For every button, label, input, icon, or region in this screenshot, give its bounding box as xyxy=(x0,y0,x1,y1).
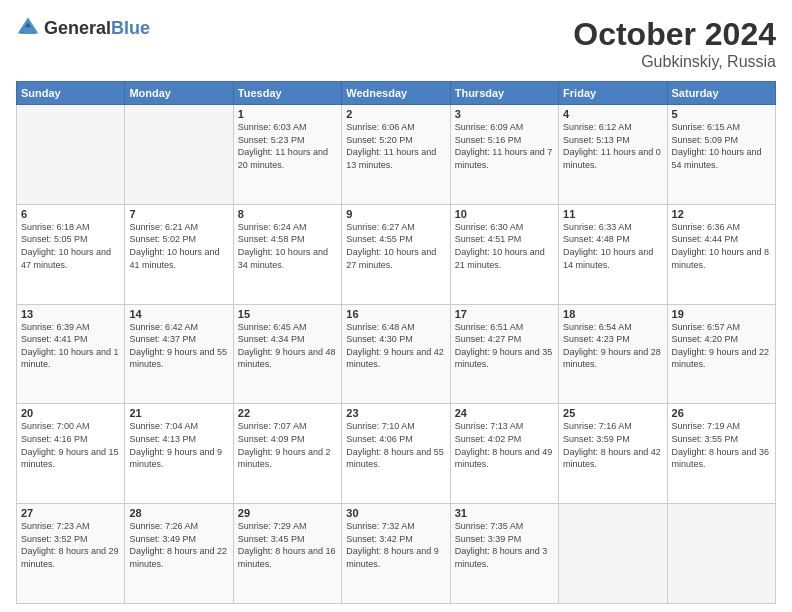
day-info: Sunrise: 6:48 AMSunset: 4:30 PMDaylight:… xyxy=(346,321,445,371)
calendar-day: 5Sunrise: 6:15 AMSunset: 5:09 PMDaylight… xyxy=(667,105,775,205)
day-number: 18 xyxy=(563,308,662,320)
day-number: 22 xyxy=(238,407,337,419)
day-number: 20 xyxy=(21,407,120,419)
calendar-day: 18Sunrise: 6:54 AMSunset: 4:23 PMDayligh… xyxy=(559,304,667,404)
svg-rect-2 xyxy=(22,27,33,33)
logo-icon xyxy=(16,16,40,40)
day-number: 6 xyxy=(21,208,120,220)
day-number: 4 xyxy=(563,108,662,120)
weekday-header-friday: Friday xyxy=(559,82,667,105)
calendar-day: 30Sunrise: 7:32 AMSunset: 3:42 PMDayligh… xyxy=(342,504,450,604)
day-info: Sunrise: 6:36 AMSunset: 4:44 PMDaylight:… xyxy=(672,221,771,271)
day-number: 27 xyxy=(21,507,120,519)
calendar-day: 6Sunrise: 6:18 AMSunset: 5:05 PMDaylight… xyxy=(17,204,125,304)
day-info: Sunrise: 6:42 AMSunset: 4:37 PMDaylight:… xyxy=(129,321,228,371)
calendar-day: 10Sunrise: 6:30 AMSunset: 4:51 PMDayligh… xyxy=(450,204,558,304)
calendar-week-1: 1Sunrise: 6:03 AMSunset: 5:23 PMDaylight… xyxy=(17,105,776,205)
calendar-day: 22Sunrise: 7:07 AMSunset: 4:09 PMDayligh… xyxy=(233,404,341,504)
calendar-table: SundayMondayTuesdayWednesdayThursdayFrid… xyxy=(16,81,776,604)
day-info: Sunrise: 6:03 AMSunset: 5:23 PMDaylight:… xyxy=(238,121,337,171)
calendar-day: 9Sunrise: 6:27 AMSunset: 4:55 PMDaylight… xyxy=(342,204,450,304)
day-number: 9 xyxy=(346,208,445,220)
day-number: 30 xyxy=(346,507,445,519)
day-info: Sunrise: 7:10 AMSunset: 4:06 PMDaylight:… xyxy=(346,420,445,470)
weekday-header-monday: Monday xyxy=(125,82,233,105)
calendar-day: 29Sunrise: 7:29 AMSunset: 3:45 PMDayligh… xyxy=(233,504,341,604)
day-number: 21 xyxy=(129,407,228,419)
day-number: 11 xyxy=(563,208,662,220)
weekday-row: SundayMondayTuesdayWednesdayThursdayFrid… xyxy=(17,82,776,105)
calendar-day: 27Sunrise: 7:23 AMSunset: 3:52 PMDayligh… xyxy=(17,504,125,604)
day-info: Sunrise: 7:13 AMSunset: 4:02 PMDaylight:… xyxy=(455,420,554,470)
calendar-day: 8Sunrise: 6:24 AMSunset: 4:58 PMDaylight… xyxy=(233,204,341,304)
day-info: Sunrise: 7:23 AMSunset: 3:52 PMDaylight:… xyxy=(21,520,120,570)
calendar-day: 7Sunrise: 6:21 AMSunset: 5:02 PMDaylight… xyxy=(125,204,233,304)
day-number: 28 xyxy=(129,507,228,519)
calendar-day xyxy=(125,105,233,205)
calendar-day: 15Sunrise: 6:45 AMSunset: 4:34 PMDayligh… xyxy=(233,304,341,404)
subtitle: Gubkinskiy, Russia xyxy=(573,53,776,71)
calendar-day: 19Sunrise: 6:57 AMSunset: 4:20 PMDayligh… xyxy=(667,304,775,404)
calendar-day: 16Sunrise: 6:48 AMSunset: 4:30 PMDayligh… xyxy=(342,304,450,404)
weekday-header-sunday: Sunday xyxy=(17,82,125,105)
day-number: 31 xyxy=(455,507,554,519)
day-number: 10 xyxy=(455,208,554,220)
day-number: 1 xyxy=(238,108,337,120)
day-number: 25 xyxy=(563,407,662,419)
header: GeneralBlue October 2024 Gubkinskiy, Rus… xyxy=(16,16,776,71)
day-number: 14 xyxy=(129,308,228,320)
day-info: Sunrise: 6:09 AMSunset: 5:16 PMDaylight:… xyxy=(455,121,554,171)
day-number: 16 xyxy=(346,308,445,320)
calendar-week-5: 27Sunrise: 7:23 AMSunset: 3:52 PMDayligh… xyxy=(17,504,776,604)
day-info: Sunrise: 6:33 AMSunset: 4:48 PMDaylight:… xyxy=(563,221,662,271)
day-info: Sunrise: 7:19 AMSunset: 3:55 PMDaylight:… xyxy=(672,420,771,470)
month-title: October 2024 xyxy=(573,16,776,53)
calendar-day: 25Sunrise: 7:16 AMSunset: 3:59 PMDayligh… xyxy=(559,404,667,504)
day-info: Sunrise: 7:35 AMSunset: 3:39 PMDaylight:… xyxy=(455,520,554,570)
weekday-header-wednesday: Wednesday xyxy=(342,82,450,105)
day-info: Sunrise: 6:06 AMSunset: 5:20 PMDaylight:… xyxy=(346,121,445,171)
day-info: Sunrise: 6:57 AMSunset: 4:20 PMDaylight:… xyxy=(672,321,771,371)
day-info: Sunrise: 6:51 AMSunset: 4:27 PMDaylight:… xyxy=(455,321,554,371)
day-info: Sunrise: 6:24 AMSunset: 4:58 PMDaylight:… xyxy=(238,221,337,271)
calendar-day: 4Sunrise: 6:12 AMSunset: 5:13 PMDaylight… xyxy=(559,105,667,205)
day-info: Sunrise: 7:00 AMSunset: 4:16 PMDaylight:… xyxy=(21,420,120,470)
day-info: Sunrise: 7:04 AMSunset: 4:13 PMDaylight:… xyxy=(129,420,228,470)
day-number: 26 xyxy=(672,407,771,419)
weekday-header-tuesday: Tuesday xyxy=(233,82,341,105)
calendar-body: 1Sunrise: 6:03 AMSunset: 5:23 PMDaylight… xyxy=(17,105,776,604)
calendar-day: 23Sunrise: 7:10 AMSunset: 4:06 PMDayligh… xyxy=(342,404,450,504)
day-number: 19 xyxy=(672,308,771,320)
day-number: 8 xyxy=(238,208,337,220)
page-container: GeneralBlue October 2024 Gubkinskiy, Rus… xyxy=(0,0,792,612)
day-number: 23 xyxy=(346,407,445,419)
logo: GeneralBlue xyxy=(16,16,150,40)
calendar-day: 24Sunrise: 7:13 AMSunset: 4:02 PMDayligh… xyxy=(450,404,558,504)
calendar-day: 3Sunrise: 6:09 AMSunset: 5:16 PMDaylight… xyxy=(450,105,558,205)
calendar-day: 2Sunrise: 6:06 AMSunset: 5:20 PMDaylight… xyxy=(342,105,450,205)
day-number: 15 xyxy=(238,308,337,320)
day-number: 29 xyxy=(238,507,337,519)
title-block: October 2024 Gubkinskiy, Russia xyxy=(573,16,776,71)
logo-general: GeneralBlue xyxy=(44,18,150,39)
day-info: Sunrise: 7:07 AMSunset: 4:09 PMDaylight:… xyxy=(238,420,337,470)
calendar-day xyxy=(559,504,667,604)
day-info: Sunrise: 6:27 AMSunset: 4:55 PMDaylight:… xyxy=(346,221,445,271)
day-number: 3 xyxy=(455,108,554,120)
day-info: Sunrise: 7:16 AMSunset: 3:59 PMDaylight:… xyxy=(563,420,662,470)
day-number: 12 xyxy=(672,208,771,220)
day-info: Sunrise: 7:32 AMSunset: 3:42 PMDaylight:… xyxy=(346,520,445,570)
day-info: Sunrise: 6:21 AMSunset: 5:02 PMDaylight:… xyxy=(129,221,228,271)
calendar-day xyxy=(667,504,775,604)
calendar-day: 14Sunrise: 6:42 AMSunset: 4:37 PMDayligh… xyxy=(125,304,233,404)
day-info: Sunrise: 6:30 AMSunset: 4:51 PMDaylight:… xyxy=(455,221,554,271)
calendar-day: 20Sunrise: 7:00 AMSunset: 4:16 PMDayligh… xyxy=(17,404,125,504)
calendar-day: 21Sunrise: 7:04 AMSunset: 4:13 PMDayligh… xyxy=(125,404,233,504)
day-number: 24 xyxy=(455,407,554,419)
calendar-week-3: 13Sunrise: 6:39 AMSunset: 4:41 PMDayligh… xyxy=(17,304,776,404)
calendar-day: 1Sunrise: 6:03 AMSunset: 5:23 PMDaylight… xyxy=(233,105,341,205)
day-info: Sunrise: 6:12 AMSunset: 5:13 PMDaylight:… xyxy=(563,121,662,171)
calendar-day: 31Sunrise: 7:35 AMSunset: 3:39 PMDayligh… xyxy=(450,504,558,604)
calendar-week-2: 6Sunrise: 6:18 AMSunset: 5:05 PMDaylight… xyxy=(17,204,776,304)
day-number: 2 xyxy=(346,108,445,120)
